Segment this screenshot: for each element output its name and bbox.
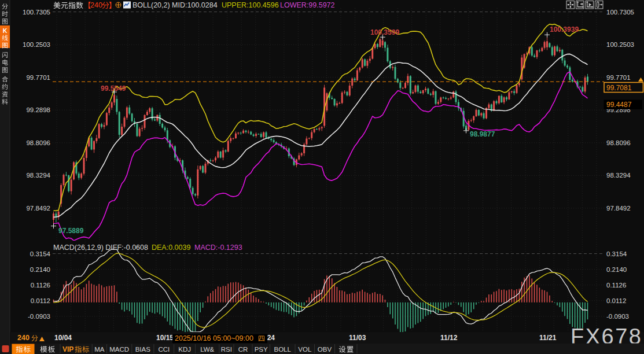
svg-text:99.5549: 99.5549 xyxy=(101,84,126,93)
svg-text:CR: CR xyxy=(238,346,248,353)
svg-text:0.3154: 0.3154 xyxy=(606,250,627,257)
svg-text:100.7305: 100.7305 xyxy=(606,9,634,16)
svg-text:97.8492: 97.8492 xyxy=(26,205,50,212)
svg-text:99.7701: 99.7701 xyxy=(26,74,50,81)
svg-text:0.0112: 0.0112 xyxy=(31,297,50,304)
svg-text:0.2140: 0.2140 xyxy=(606,266,627,273)
svg-text:98.8096: 98.8096 xyxy=(26,139,50,146)
svg-text:100.7305: 100.7305 xyxy=(23,9,50,16)
svg-text:LOWER:99.5972: LOWER:99.5972 xyxy=(280,1,335,9)
svg-text:11/21: 11/21 xyxy=(539,334,557,342)
svg-text:0.1126: 0.1126 xyxy=(606,282,626,289)
svg-text:VIP: VIP xyxy=(62,345,73,353)
svg-text:98.3294: 98.3294 xyxy=(606,172,631,179)
svg-text:K: K xyxy=(3,27,8,34)
svg-text:240: 240 xyxy=(17,334,30,342)
svg-text:0.2140: 0.2140 xyxy=(30,266,50,273)
svg-text:VOL: VOL xyxy=(298,346,312,353)
svg-text:UPPER:100.4596: UPPER:100.4596 xyxy=(222,1,279,9)
svg-text:10/15: 10/15 xyxy=(156,334,174,342)
svg-text:98.9877: 98.9877 xyxy=(470,130,495,138)
svg-text:100.2503: 100.2503 xyxy=(606,41,634,48)
svg-text:DEA:0.0039: DEA:0.0039 xyxy=(152,244,190,252)
svg-text:99.2898: 99.2898 xyxy=(26,106,50,113)
svg-text:KDJ: KDJ xyxy=(178,346,191,353)
svg-text:99.7081: 99.7081 xyxy=(606,84,632,92)
svg-text:100.3939: 100.3939 xyxy=(550,25,579,34)
svg-text:100.2503: 100.2503 xyxy=(23,41,50,48)
svg-text:10/04: 10/04 xyxy=(54,334,72,342)
svg-text:97.8492: 97.8492 xyxy=(606,205,631,212)
svg-text:CCI: CCI xyxy=(158,346,170,353)
svg-text:BOLL(20,2) MID:100.0284: BOLL(20,2) MID:100.0284 xyxy=(133,1,218,9)
svg-text:2025/10/16 05:00~09:00: 2025/10/16 05:00~09:00 xyxy=(175,334,253,342)
svg-text:99.4487: 99.4487 xyxy=(606,101,632,109)
svg-text:240: 240 xyxy=(90,1,102,9)
svg-text:99.7701: 99.7701 xyxy=(606,74,631,81)
svg-text:MACD: MACD xyxy=(109,346,129,353)
svg-text:LW&: LW& xyxy=(200,346,214,353)
svg-text:-0.0903: -0.0903 xyxy=(606,313,629,320)
svg-text:0.1126: 0.1126 xyxy=(31,282,50,289)
svg-text:98.8096: 98.8096 xyxy=(606,139,631,146)
svg-text:RSI: RSI xyxy=(221,346,232,353)
svg-text:100.3599: 100.3599 xyxy=(370,28,399,36)
svg-text:0.3154: 0.3154 xyxy=(30,250,51,257)
svg-text:BOLL: BOLL xyxy=(274,346,291,353)
svg-text:98.3294: 98.3294 xyxy=(26,172,50,179)
svg-text:PSY: PSY xyxy=(255,346,268,353)
svg-text:MA: MA xyxy=(94,346,105,353)
svg-text:-0.0903: -0.0903 xyxy=(28,313,50,320)
svg-text:0.0112: 0.0112 xyxy=(606,297,626,304)
svg-text:97.5889: 97.5889 xyxy=(58,227,84,235)
svg-text:BIAS: BIAS xyxy=(135,346,151,353)
svg-text:MACD:-0.1293: MACD:-0.1293 xyxy=(194,244,242,252)
svg-text:11/12: 11/12 xyxy=(440,334,458,342)
svg-text:OBV: OBV xyxy=(318,346,332,353)
svg-text:11/03: 11/03 xyxy=(349,334,366,342)
svg-text:MACD(26,12,9) DIFF:-0.0608: MACD(26,12,9) DIFF:-0.0608 xyxy=(53,244,148,252)
